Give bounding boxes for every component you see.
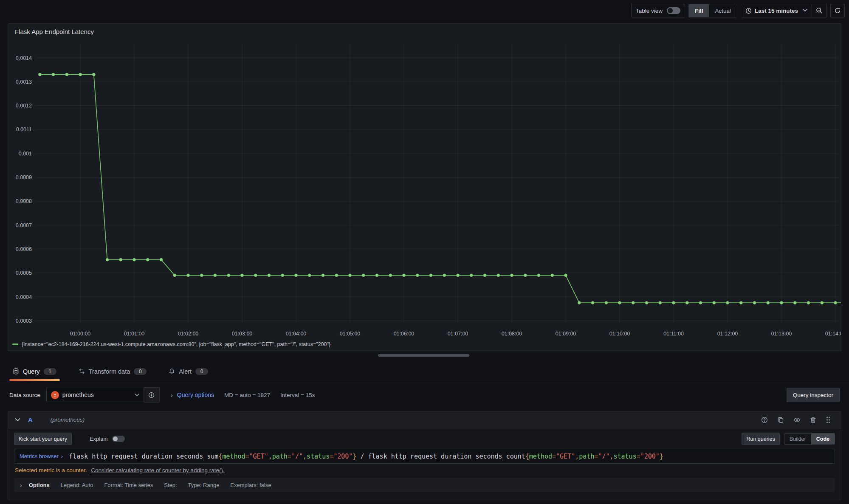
- chevron-down-icon[interactable]: [15, 418, 20, 422]
- svg-text:0.0004: 0.0004: [16, 294, 32, 300]
- option-item: Exemplars: false: [230, 482, 271, 488]
- datasource-select[interactable]: prometheus: [46, 388, 144, 402]
- svg-text:01:01:00: 01:01:00: [124, 331, 145, 337]
- option-item: Step:: [164, 482, 177, 488]
- query-options-summary: › Query options MD = auto = 1827 Interva…: [171, 391, 315, 399]
- explain-control: Explain: [90, 436, 125, 442]
- bell-icon: [169, 368, 175, 374]
- datasource-selected-value: prometheus: [62, 391, 131, 398]
- refresh-button[interactable]: [830, 4, 845, 17]
- counter-warning: Selected metric is a counter. Consider c…: [15, 467, 835, 473]
- tab-transform-badge: 0: [134, 368, 147, 375]
- help-circle-icon[interactable]: [761, 417, 768, 423]
- query-options-link[interactable]: Query options: [177, 391, 214, 398]
- toggle-knob: [113, 436, 118, 441]
- zoom-out-button[interactable]: [812, 4, 826, 17]
- svg-text:01:13:00: 01:13:00: [771, 331, 792, 337]
- time-range-button[interactable]: Last 15 minutes: [741, 4, 812, 17]
- tab-alert-badge: 0: [195, 368, 208, 375]
- tab-query-label: Query: [23, 368, 40, 375]
- run-queries-button[interactable]: Run queries: [742, 433, 779, 445]
- promql-query-text[interactable]: flask_http_request_duration_seconds_sum{…: [69, 453, 663, 460]
- latency-chart[interactable]: 01:00:0001:01:0001:02:0001:03:0001:04:00…: [8, 24, 841, 338]
- datasource-label: Data source: [9, 392, 40, 398]
- query-row-header[interactable]: A (prometheus): [8, 411, 841, 428]
- svg-text:01:08:00: 01:08:00: [502, 331, 522, 337]
- eye-icon[interactable]: [793, 417, 801, 423]
- query-inspector-button[interactable]: Query inspector: [787, 388, 840, 402]
- svg-text:01:05:00: 01:05:00: [340, 331, 361, 337]
- series-label[interactable]: {instance="ec2-184-169-216-224.us-west-1…: [22, 341, 330, 347]
- panel-toolbar: Table view Fill Actual Last 15 minutes: [0, 0, 849, 21]
- warning-hint-link[interactable]: Consider calculating rate of counter by …: [91, 467, 224, 473]
- option-item: Format: Time series: [104, 482, 153, 488]
- svg-text:01:00:00: 01:00:00: [70, 331, 91, 337]
- table-view-label: Table view: [632, 8, 667, 14]
- svg-text:01:07:00: 01:07:00: [448, 331, 468, 337]
- builder-code-segment: Builder Code: [784, 433, 835, 445]
- svg-text:0.0011: 0.0011: [16, 127, 32, 132]
- svg-text:01:11:00: 01:11:00: [663, 331, 684, 337]
- builder-button[interactable]: Builder: [784, 434, 811, 444]
- query-ref-id: A: [28, 416, 33, 423]
- svg-text:01:14:00: 01:14:00: [825, 331, 841, 337]
- chevron-right-icon: ›: [20, 482, 22, 489]
- datasource-info-button[interactable]: [144, 387, 160, 403]
- svg-text:0.0014: 0.0014: [16, 55, 32, 61]
- explain-label: Explain: [90, 436, 108, 442]
- tab-transform-data[interactable]: Transform data 0: [79, 362, 147, 381]
- series-color-marker: [12, 344, 18, 345]
- metrics-browser-button[interactable]: Metrics browser ›: [14, 449, 69, 463]
- info-circle-icon: [148, 392, 155, 398]
- query-row-actions: [761, 416, 834, 424]
- svg-text:0.0012: 0.0012: [16, 103, 32, 109]
- svg-text:0.001: 0.001: [19, 151, 32, 157]
- time-range-label: Last 15 minutes: [755, 8, 798, 14]
- warning-text: Selected metric is a counter.: [15, 467, 87, 473]
- chevron-down-icon: [135, 393, 139, 397]
- kick-start-query-button[interactable]: Kick start your query: [14, 433, 72, 445]
- grafana-panel-edit: Table view Fill Actual Last 15 minutes: [0, 0, 849, 504]
- metrics-browser-label: Metrics browser: [20, 453, 59, 459]
- duplicate-icon[interactable]: [777, 417, 784, 423]
- options-summary: Legend: AutoFormat: Time seriesStep:Type…: [61, 482, 271, 488]
- query-options-bar[interactable]: › Options Legend: AutoFormat: Time serie…: [14, 478, 835, 492]
- tab-query[interactable]: Query 1: [13, 362, 56, 381]
- chevron-down-icon: [803, 8, 807, 13]
- zoom-out-icon: [816, 7, 823, 14]
- code-button[interactable]: Code: [811, 434, 835, 444]
- options-label: Options: [29, 482, 50, 488]
- drag-handle-icon[interactable]: [826, 416, 831, 424]
- svg-text:01:03:00: 01:03:00: [232, 331, 253, 337]
- svg-text:0.0005: 0.0005: [16, 270, 32, 276]
- toggle-knob: [668, 8, 673, 13]
- fill-button[interactable]: Fill: [689, 4, 709, 17]
- svg-text:01:02:00: 01:02:00: [178, 331, 199, 337]
- timeseries-panel: Flask App Endpoint Latency 01:00:0001:01…: [8, 23, 841, 351]
- table-view-group: Table view: [631, 4, 685, 17]
- actual-button[interactable]: Actual: [709, 4, 737, 17]
- editor-tabbar: Query 1 Transform data 0 Alert 0: [0, 362, 849, 381]
- trash-icon[interactable]: [810, 417, 816, 423]
- chart-legend: {instance="ec2-184-169-216-224.us-west-1…: [12, 341, 330, 347]
- clock-icon: [745, 8, 752, 14]
- promql-editor[interactable]: Metrics browser › flask_http_request_dur…: [14, 449, 835, 464]
- option-item: Legend: Auto: [61, 482, 93, 488]
- tab-alert[interactable]: Alert 0: [169, 362, 208, 381]
- svg-text:0.0009: 0.0009: [16, 175, 32, 180]
- active-tab-underline: [9, 379, 60, 381]
- pane-resize-handle[interactable]: [378, 354, 469, 357]
- svg-text:0.0006: 0.0006: [16, 246, 32, 252]
- query-row-body: Kick start your query Explain Run querie…: [8, 428, 841, 496]
- table-view-toggle[interactable]: [667, 7, 680, 14]
- transform-icon: [79, 368, 85, 374]
- svg-text:01:12:00: 01:12:00: [717, 331, 738, 337]
- svg-text:01:04:00: 01:04:00: [286, 331, 307, 337]
- svg-text:01:06:00: 01:06:00: [394, 331, 415, 337]
- svg-text:0.0003: 0.0003: [16, 318, 32, 324]
- query-actions-row: Kick start your query Explain Run querie…: [14, 433, 835, 445]
- explain-toggle[interactable]: [112, 436, 125, 442]
- chevron-right-icon: ›: [171, 391, 173, 399]
- fill-actual-segment: Fill Actual: [688, 4, 737, 17]
- tab-transform-label: Transform data: [89, 368, 130, 375]
